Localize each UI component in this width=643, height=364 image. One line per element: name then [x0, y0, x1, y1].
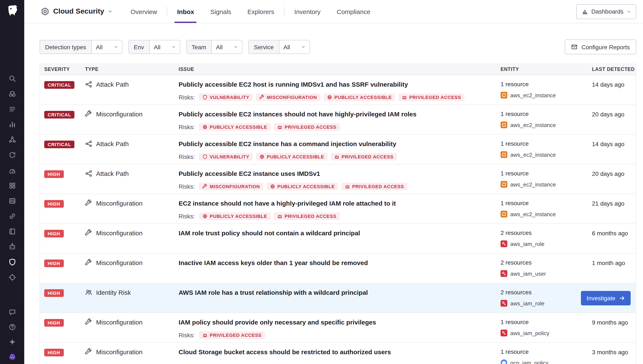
- issue-title[interactable]: IAM policy should provide only necessary…: [179, 318, 501, 326]
- dashboards-button[interactable]: Dashboards: [576, 4, 636, 19]
- issue-title[interactable]: Publicly accessible EC2 instances should…: [179, 110, 501, 118]
- issue-row[interactable]: HIGHIdentity RiskAWS IAM role has a trus…: [40, 283, 636, 313]
- entity-name: aws_iam_role: [510, 240, 544, 247]
- entity-row[interactable]: aws_ec2_instance: [501, 211, 592, 218]
- datadog-logo[interactable]: [6, 4, 19, 17]
- severity-cell: CRITICAL: [44, 110, 85, 118]
- help-icon[interactable]: [8, 323, 16, 331]
- entity-row[interactable]: aws_iam_role: [501, 300, 592, 307]
- filter-detection-types[interactable]: Detection typesAll: [40, 40, 122, 54]
- entity-row[interactable]: aws_iam_role: [501, 240, 592, 247]
- metrics-icon[interactable]: [8, 121, 16, 128]
- resource-count: 2 resources: [501, 229, 592, 236]
- issue-title[interactable]: Inactive IAM access keys older than 1 ye…: [179, 259, 501, 267]
- logs-icon[interactable]: [8, 105, 16, 113]
- risk-chip-label: PUBLICLY ACCESSIBLE: [267, 154, 324, 159]
- filter-team[interactable]: TeamAll: [186, 40, 242, 54]
- tab-overview[interactable]: Overview: [122, 0, 165, 23]
- globe-icon: [202, 214, 207, 219]
- issue-title[interactable]: EC2 instance should not have a highly-pr…: [179, 200, 501, 207]
- security-icon[interactable]: [8, 258, 16, 266]
- apm-icon[interactable]: [8, 212, 16, 220]
- entity-row[interactable]: aws_ec2_instance: [501, 122, 592, 128]
- tab-inbox[interactable]: Inbox: [169, 0, 202, 23]
- entity-row[interactable]: aws_ec2_instance: [501, 181, 592, 188]
- filter-value: All: [154, 44, 160, 50]
- entity-name: aws_iam_policy: [510, 330, 549, 336]
- service-map-icon[interactable]: [8, 136, 16, 144]
- filter-value-select[interactable]: All: [149, 40, 180, 54]
- crown-icon: [277, 124, 282, 130]
- tab-compliance[interactable]: Compliance: [329, 0, 378, 23]
- filter-env[interactable]: EnvAll: [128, 40, 180, 54]
- tab-signals[interactable]: Signals: [202, 0, 239, 23]
- search-icon[interactable]: [8, 75, 16, 82]
- watchdog-icon[interactable]: [8, 90, 16, 98]
- investigate-button[interactable]: Investigate: [581, 291, 631, 305]
- issue-row[interactable]: HIGHAttack PathPublicly accessible EC2 i…: [40, 164, 636, 194]
- issues-table-body: CRITICALAttack PathPublicly accessible E…: [40, 75, 636, 364]
- entity-name: aws_iam_user: [510, 270, 546, 277]
- filter-value: All: [216, 44, 223, 50]
- issue-title[interactable]: IAM role trust policy should not contain…: [179, 229, 501, 237]
- issue-row[interactable]: HIGHMisconfigurationInactive IAM access …: [40, 254, 636, 283]
- tab-explorers[interactable]: Explorers: [239, 0, 282, 23]
- severity-cell: CRITICAL: [44, 140, 85, 148]
- integrations-icon[interactable]: [8, 182, 16, 190]
- entity-row[interactable]: aws_iam_user: [501, 270, 592, 277]
- tab-inventory[interactable]: Inventory: [286, 0, 329, 23]
- aws-ec2-icon: [501, 92, 507, 98]
- issue-title[interactable]: Publicly accessible EC2 instance uses IM…: [179, 170, 501, 178]
- last-detected: 14 days ago: [592, 140, 636, 148]
- entity-row[interactable]: aws_ec2_instance: [501, 151, 592, 158]
- issue-title[interactable]: Cloud Storage bucket access should be re…: [179, 348, 501, 356]
- feedback-icon[interactable]: [8, 308, 16, 316]
- chevron-down-icon: [301, 45, 305, 49]
- risk-list: Risks:VULNERABILITYPUBLICLY ACCESSIBLEPR…: [179, 153, 501, 160]
- issue-row[interactable]: CRITICALMisconfigurationPublicly accessi…: [40, 105, 636, 135]
- risk-chip: VULNERABILITY: [199, 94, 253, 101]
- observability-icon[interactable]: [8, 274, 16, 281]
- entity-row[interactable]: aws_ec2_instance: [501, 92, 592, 98]
- issue-row[interactable]: HIGHMisconfigurationIAM role trust polic…: [40, 224, 636, 254]
- entity-row[interactable]: aws_iam_policy: [501, 330, 592, 336]
- issue-title[interactable]: AWS IAM role has a trust relationship wi…: [179, 289, 501, 296]
- entity-name: gcp_iam_policy: [510, 360, 548, 364]
- type-label: Misconfiguration: [96, 229, 142, 236]
- wrench-icon: [85, 348, 92, 356]
- bits-ai-icon[interactable]: [8, 243, 16, 250]
- risk-chip: VULNERABILITY: [199, 153, 253, 160]
- column-header-issue: ISSUE: [179, 66, 501, 72]
- product-switcher[interactable]: Cloud Security: [41, 0, 112, 23]
- filter-value-select[interactable]: All: [279, 40, 309, 54]
- issue-row[interactable]: HIGHMisconfigurationEC2 instance should …: [40, 194, 636, 224]
- synthetics-icon[interactable]: [8, 151, 16, 159]
- monitors-icon[interactable]: [8, 166, 16, 174]
- whats-new-icon[interactable]: [8, 338, 16, 346]
- filter-value: All: [283, 44, 290, 50]
- filter-value-select[interactable]: All: [91, 40, 122, 54]
- filter-value-select[interactable]: All: [211, 40, 242, 54]
- issue-row[interactable]: CRITICALAttack PathPublicly accessible E…: [40, 135, 636, 164]
- entity-cell: 1 resourceaws_ec2_instance: [501, 200, 592, 218]
- wrench-icon: [85, 110, 92, 118]
- configure-reports-button[interactable]: Configure Reports: [565, 40, 636, 54]
- cloud-security-icon: [41, 7, 49, 16]
- user-avatar[interactable]: [8, 353, 16, 360]
- column-header-type: TYPE: [85, 66, 179, 72]
- ci-pipelines-icon[interactable]: [8, 197, 16, 205]
- issue-row[interactable]: CRITICALAttack PathPublicly accessible E…: [40, 75, 636, 105]
- risk-chip-label: PUBLICLY ACCESSIBLE: [334, 95, 392, 100]
- issue-title[interactable]: Publicly accessible EC2 instance has a c…: [179, 140, 501, 148]
- filter-service[interactable]: ServiceAll: [248, 40, 310, 54]
- issue-row[interactable]: HIGHMisconfigurationIAM policy should pr…: [40, 313, 636, 343]
- issue-row[interactable]: HIGHMisconfigurationCloud Storage bucket…: [40, 343, 636, 364]
- entity-row[interactable]: gcp_iam_policy: [501, 359, 592, 364]
- type-cell: Identity Risk: [85, 289, 179, 296]
- topbar: Cloud Security OverviewInboxSignalsExplo…: [24, 0, 643, 23]
- severity-badge: HIGH: [44, 200, 64, 208]
- issue-title[interactable]: Publicly accessible EC2 host is running …: [179, 81, 501, 88]
- notebooks-icon[interactable]: [8, 228, 16, 235]
- issues-table: SEVERITYTYPEISSUEENTITYLAST DETECTED CRI…: [40, 63, 636, 364]
- resource-count: 1 resource: [501, 348, 592, 355]
